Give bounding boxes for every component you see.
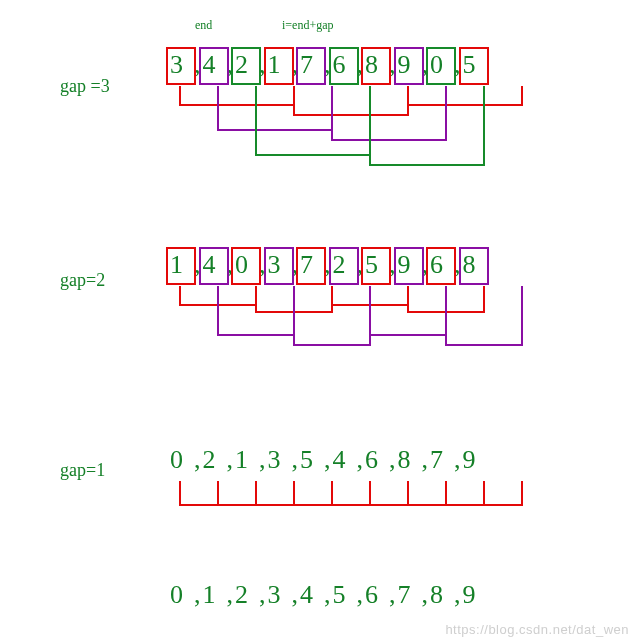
gap1-label: gap=1 xyxy=(60,460,105,481)
watermark: https://blog.csdn.net/dat_wen xyxy=(445,622,629,637)
label-end: end xyxy=(195,18,212,33)
row-gap1: 0,2,1,3,5,4,6,8,7,9 xyxy=(170,445,501,475)
array-cell: 9 xyxy=(463,445,501,475)
row-gap3: 3,4,2,1,7,6,8,9,0,5 xyxy=(170,50,501,80)
row-result: 0,1,2,3,4,5,6,7,8,9 xyxy=(170,580,501,610)
label-iendgap: i=end+gap xyxy=(282,18,334,33)
row-gap2: 1,4,0,3,7,2,5,9,6,8 xyxy=(170,250,501,280)
array-cell: 9 xyxy=(463,580,501,610)
gap2-label: gap=2 xyxy=(60,270,105,291)
array-cell: 8 xyxy=(463,250,501,280)
array-cell: 5 xyxy=(463,50,501,80)
gap3-label: gap =3 xyxy=(60,76,110,97)
